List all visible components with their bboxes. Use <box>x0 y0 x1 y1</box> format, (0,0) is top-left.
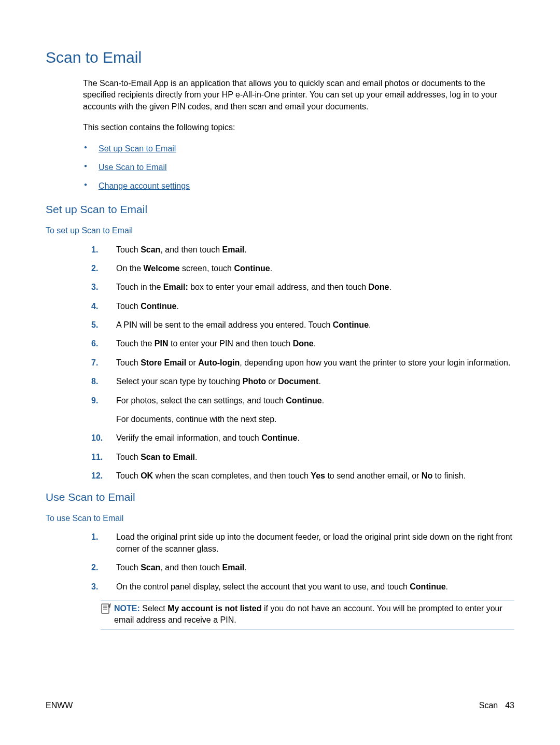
step-text: . <box>318 377 320 386</box>
ui-term: OK <box>141 471 153 480</box>
step-text: screen, touch <box>179 264 234 273</box>
ui-term: Continue <box>261 433 297 442</box>
list-item: 7. Touch Store Email or Auto-login, depe… <box>84 357 514 369</box>
list-item: 11. Touch Scan to Email. <box>84 452 514 463</box>
step-text: . <box>297 433 299 442</box>
step-text: For photos, select the can settings, and… <box>116 396 286 405</box>
list-item: 2. Touch Scan, and then touch Email. <box>84 562 514 573</box>
step-text: . <box>270 264 272 273</box>
ui-term: Email: <box>163 283 188 291</box>
ui-term: Email <box>222 563 245 572</box>
ui-term: Email <box>222 245 245 254</box>
topic-item: Set up Scan to Email <box>83 143 514 154</box>
step-text: , and then touch <box>160 563 222 572</box>
ui-term: Done <box>369 283 389 291</box>
page-title: Scan to Email <box>46 47 514 68</box>
ui-term: Yes <box>311 471 325 480</box>
note-text: Select <box>140 604 167 613</box>
intro-paragraph: The Scan-to-Email App is an application … <box>83 78 514 113</box>
step-text: . <box>322 396 324 405</box>
list-item: 4. Touch Continue. <box>84 301 514 312</box>
step-text: Touch <box>116 245 141 254</box>
step-text: On the control panel display, select the… <box>116 582 410 591</box>
page-number: 43 <box>505 701 514 710</box>
topic-item: Use Scan to Email <box>83 162 514 173</box>
step-text: , and then touch <box>160 245 222 254</box>
step-text: . <box>446 582 448 591</box>
step-text: or <box>266 377 278 386</box>
list-item: 3. On the control panel display, select … <box>84 581 514 593</box>
list-item: 1. Touch Scan, and then touch Email. <box>84 244 514 256</box>
list-item: 8. Select your scan type by touching Pho… <box>84 376 514 387</box>
use-steps: 1. Load the original print side up into … <box>84 531 514 593</box>
step-text: , depending upon how you want the printe… <box>240 358 510 367</box>
step-text: Touch the <box>116 339 155 348</box>
list-item: 12. Touch OK when the scan completes, an… <box>84 470 514 482</box>
ui-term: Continue <box>410 582 445 591</box>
list-item: 1. Load the original print side up into … <box>84 531 514 555</box>
use-heading: Use Scan to Email <box>46 489 514 504</box>
ui-term: Continue <box>333 320 369 329</box>
footer-left: ENWW <box>46 700 73 711</box>
step-subtext: For documents, continue with the next st… <box>116 414 514 425</box>
step-text: . <box>369 320 371 329</box>
step-text: . <box>195 453 197 461</box>
use-scan-link[interactable]: Use Scan to Email <box>99 163 167 172</box>
note-icon <box>101 603 111 617</box>
step-text: or <box>186 358 198 367</box>
ui-term: Continue <box>286 396 321 405</box>
change-settings-link[interactable]: Change account settings <box>99 181 190 190</box>
step-text: box to enter your email address, and the… <box>188 283 369 291</box>
step-text: Touch <box>116 302 141 311</box>
step-text: . <box>389 283 391 291</box>
footer-section: Scan <box>479 701 498 710</box>
step-text: A PIN will be sent to the email address … <box>116 320 333 329</box>
step-text: On the <box>116 264 143 273</box>
list-item: 5. A PIN will be sent to the email addre… <box>84 319 514 331</box>
use-subheading: To use Scan to Email <box>46 513 514 524</box>
step-text: . <box>244 245 246 254</box>
step-text: Select your scan type by touching <box>116 377 243 386</box>
ui-term: PIN <box>155 339 169 348</box>
ui-term: Continue <box>234 264 270 273</box>
setup-heading: Set up Scan to Email <box>46 202 514 217</box>
ui-term: Auto-login <box>198 358 240 367</box>
list-item: 6. Touch the PIN to enter your PIN and t… <box>84 338 514 349</box>
step-text: Veriify the email information, and touch <box>116 433 261 442</box>
setup-subheading: To set up Scan to Email <box>46 225 514 236</box>
svg-rect-0 <box>102 604 109 613</box>
list-item: 2. On the Welcome screen, touch Continue… <box>84 263 514 274</box>
ui-term: Document <box>278 377 318 386</box>
step-text: to finish. <box>432 471 466 480</box>
step-text: to enter your PIN and then touch <box>169 339 293 348</box>
step-text: . <box>244 563 246 572</box>
list-item: 9. For photos, select the can settings, … <box>84 395 514 426</box>
ui-term: Scan <box>141 245 160 254</box>
ui-term: Scan <box>141 563 160 572</box>
topics-lead: This section contains the following topi… <box>83 122 514 133</box>
ui-term: Store Email <box>141 358 186 367</box>
setup-steps: 1. Touch Scan, and then touch Email. 2. … <box>84 244 514 482</box>
setup-scan-link[interactable]: Set up Scan to Email <box>99 144 176 153</box>
step-text: to send another email, or <box>325 471 422 480</box>
ui-term: Welcome <box>143 264 179 273</box>
step-text: . <box>314 339 316 348</box>
note-label: NOTE: <box>114 604 140 613</box>
step-text: Touch <box>116 453 141 461</box>
ui-term: Done <box>293 339 314 348</box>
step-text: Touch <box>116 563 141 572</box>
list-item: 10. Veriify the email information, and t… <box>84 432 514 444</box>
footer-right: Scan43 <box>479 700 514 711</box>
step-text: Touch in the <box>116 283 163 291</box>
ui-term: Photo <box>243 377 266 386</box>
page-footer: ENWW Scan43 <box>46 700 514 711</box>
step-text: Touch <box>116 471 141 480</box>
ui-term: Continue <box>141 302 176 311</box>
step-text: . <box>176 302 178 311</box>
ui-term: Scan to Email <box>141 453 195 461</box>
topics-list: Set up Scan to Email Use Scan to Email C… <box>83 143 514 192</box>
ui-term: My account is not listed <box>167 604 261 613</box>
note-box: NOTE: Select My account is not listed if… <box>101 600 514 629</box>
step-text: Touch <box>116 358 141 367</box>
topic-item: Change account settings <box>83 180 514 192</box>
